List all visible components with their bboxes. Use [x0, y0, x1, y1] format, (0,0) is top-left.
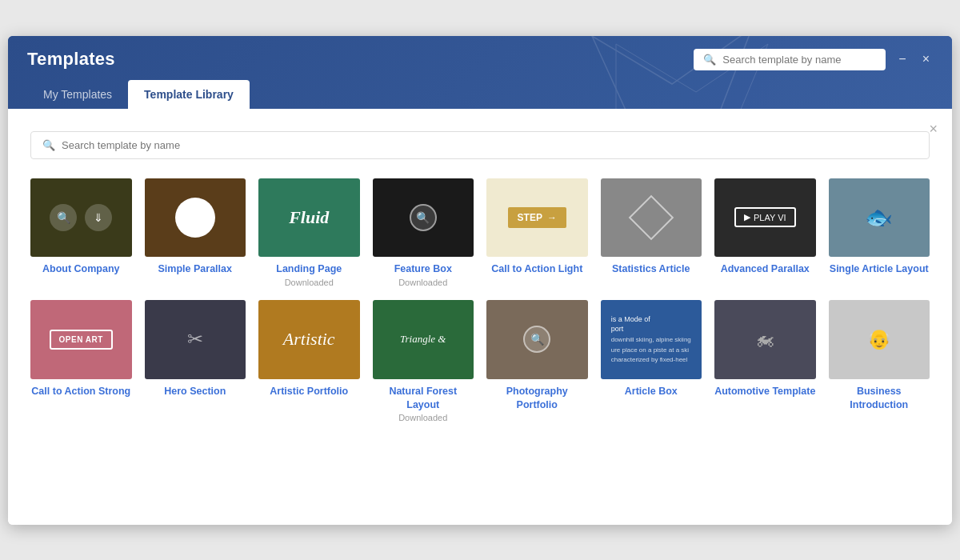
template-name-advanced-parallax: Advanced Parallax — [721, 262, 810, 276]
window-title: Templates — [27, 49, 115, 70]
template-name-simple-parallax: Simple Parallax — [158, 262, 232, 276]
thumb-simple-parallax — [145, 178, 246, 258]
template-natural-forest[interactable]: Triangle & Natural Forest Layout Downloa… — [373, 300, 474, 422]
content-search-input[interactable] — [62, 139, 918, 151]
template-cta-light[interactable]: STEP→ Call to Action Light — [486, 178, 588, 288]
triangle-text-decoration: Triangle & — [397, 330, 449, 349]
template-name-business-introduction: Business Introduction — [829, 385, 930, 412]
header-search-box[interactable]: 🔍 — [694, 49, 886, 70]
content-close-button[interactable]: × — [929, 122, 938, 136]
templates-window: Templates 🔍 − × My Templates Template Li… — [8, 36, 952, 525]
step-button-decoration: STEP→ — [508, 207, 566, 228]
thumb-business-introduction: 👴 — [829, 300, 930, 379]
template-name-cta-light: Call to Action Light — [491, 262, 582, 276]
tab-bar: My Templates Template Library — [27, 80, 933, 109]
template-name-feature-box: Feature Box — [394, 262, 452, 276]
template-about-company[interactable]: 🔍 ⇓ About Company — [30, 178, 132, 288]
moto-decoration: 🏍 — [755, 328, 774, 350]
minimize-button[interactable]: − — [895, 51, 909, 67]
hero-decoration: ✂ — [187, 328, 203, 350]
template-advanced-parallax[interactable]: ▶PLAY VI Advanced Parallax — [714, 178, 816, 288]
thumb-artistic-portfolio: Artistic — [258, 300, 360, 379]
tab-template-library[interactable]: Template Library — [128, 80, 250, 109]
template-name-automotive: Automotive Template — [714, 385, 815, 398]
thumb-photography-portfolio: 🔍 — [486, 300, 588, 379]
thumb-statistics-article — [601, 178, 702, 258]
template-single-article-layout[interactable]: 🐟 Single Article Layout — [829, 178, 930, 288]
template-badge-landing-page: Downloaded — [285, 278, 334, 287]
template-name-natural-forest: Natural Forest Layout — [373, 385, 474, 412]
fish-decoration: 🐟 — [865, 204, 893, 230]
thumb-article-box: is a Mode ofportdownhill skiing, alpine … — [601, 300, 702, 379]
template-name-cta-strong: Call to Action Strong — [31, 385, 130, 398]
template-simple-parallax[interactable]: Simple Parallax — [145, 178, 246, 288]
header: Templates 🔍 − × My Templates Template Li… — [8, 36, 952, 109]
feature-search-icon: 🔍 — [410, 204, 437, 231]
thumb-cta-light: STEP→ — [486, 178, 588, 258]
thumb-about-company: 🔍 ⇓ — [30, 178, 132, 258]
template-feature-box[interactable]: 🔍 Feature Box Downloaded — [373, 178, 474, 288]
thumb-automotive: 🏍 — [714, 300, 816, 379]
circle-decoration — [175, 198, 215, 238]
template-name-hero-section: Hero Section — [164, 385, 226, 398]
content-search-bar[interactable]: 🔍 — [30, 131, 930, 159]
thumb-natural-forest: Triangle & — [373, 300, 474, 379]
content-search-icon: 🔍 — [42, 139, 55, 151]
thumb-cta-strong: OPEN ART — [30, 300, 132, 379]
template-hero-section[interactable]: ✂ Hero Section — [145, 300, 246, 422]
template-name-article-box: Article Box — [625, 385, 678, 398]
template-automotive[interactable]: 🏍 Automotive Template — [714, 300, 816, 422]
template-badge-feature-box: Downloaded — [398, 278, 447, 287]
template-artistic-portfolio[interactable]: Artistic Artistic Portfolio — [258, 300, 360, 422]
download-icon: ⇓ — [85, 204, 112, 231]
header-search-input[interactable] — [722, 54, 876, 66]
thumb-hero-section: ✂ — [145, 300, 246, 379]
play-button-decoration: ▶PLAY VI — [734, 207, 796, 227]
artistic-text-decoration: Artistic — [283, 329, 335, 350]
diamond-decoration — [628, 195, 674, 241]
template-photography-portfolio[interactable]: 🔍 Photography Portfolio — [486, 300, 588, 422]
photo-search-icon: 🔍 — [523, 326, 550, 353]
template-landing-page[interactable]: Fluid Landing Page Downloaded — [258, 178, 360, 288]
template-badge-natural-forest: Downloaded — [398, 413, 447, 422]
template-name-photography-portfolio: Photography Portfolio — [486, 385, 588, 412]
tab-my-templates[interactable]: My Templates — [27, 80, 128, 109]
template-name-about-company: About Company — [42, 262, 120, 276]
template-grid: 🔍 ⇓ About Company Simple Parallax Fluid — [30, 178, 930, 423]
window-close-button[interactable]: × — [919, 51, 933, 67]
fluid-text: Fluid — [289, 207, 329, 228]
template-name-landing-page: Landing Page — [276, 262, 342, 276]
business-person-decoration: 👴 — [867, 328, 891, 350]
template-cta-strong[interactable]: OPEN ART Call to Action Strong — [30, 300, 132, 422]
template-name-single-article: Single Article Layout — [830, 262, 929, 276]
search-icon: 🔍 — [50, 204, 77, 231]
thumb-feature-box: 🔍 — [373, 178, 474, 258]
thumb-landing-page: Fluid — [258, 178, 360, 258]
thumb-advanced-parallax: ▶PLAY VI — [714, 178, 816, 258]
template-name-statistics-article: Statistics Article — [612, 262, 690, 276]
template-business-introduction[interactable]: 👴 Business Introduction — [829, 300, 930, 422]
template-name-artistic-portfolio: Artistic Portfolio — [270, 385, 348, 398]
header-search-icon: 🔍 — [703, 54, 716, 66]
template-article-box[interactable]: is a Mode ofportdownhill skiing, alpine … — [601, 300, 702, 422]
open-art-button-decoration: OPEN ART — [50, 330, 113, 350]
thumb-single-article: 🐟 — [829, 178, 930, 258]
window-controls: 🔍 − × — [694, 49, 933, 70]
content-area: × 🔍 🔍 ⇓ About Company Simple Parallax — [8, 109, 952, 525]
template-statistics-article[interactable]: Statistics Article — [601, 178, 702, 288]
article-box-text-decoration: is a Mode ofportdownhill skiing, alpine … — [608, 311, 694, 368]
